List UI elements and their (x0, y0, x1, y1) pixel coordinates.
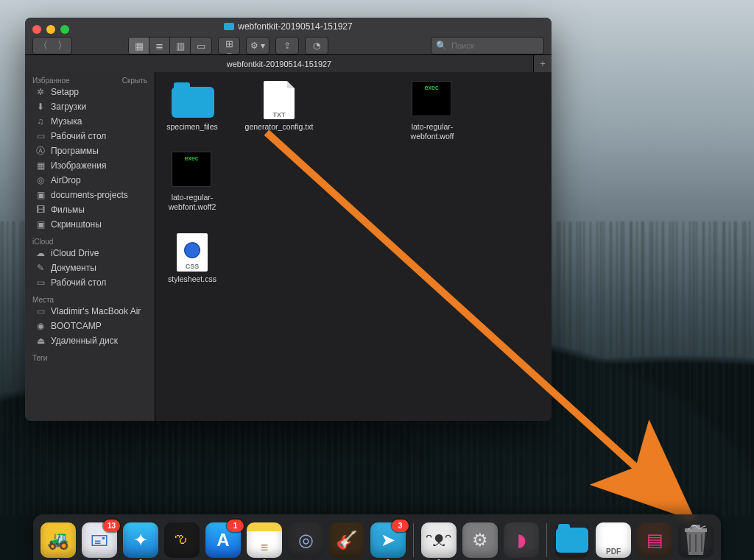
file-lato-regular-webfont-woff[interactable]: execlato-regular-webfont.woff (400, 81, 465, 141)
pdf-icon: PDF (606, 547, 621, 556)
finder-content[interactable]: specimen_filesTXTgenerator_config.txtexe… (155, 72, 552, 421)
finder-sidebar: ИзбранноеСкрыть✲Setapp⬇Загрузки♫Музыка▭Р… (25, 72, 155, 421)
desktop-icon: ▭ (35, 131, 46, 141)
sidebar-item-label: Загрузки (51, 102, 86, 112)
dock-bear[interactable]: ᵔᴥᵔ (421, 522, 457, 558)
file-generator-config-txt[interactable]: TXTgenerator_config.txt (247, 81, 311, 141)
new-tab-button[interactable]: ＋ (533, 55, 552, 72)
search-input[interactable] (450, 40, 539, 51)
sidebar-item-setapp[interactable]: ✲Setapp (25, 85, 155, 99)
notes-icon: ≡ (261, 540, 269, 556)
sidebar-item-label: documents-projects (51, 190, 128, 200)
badge: 3 (392, 520, 409, 532)
sidebar-item-label: Музыка (51, 116, 82, 127)
dock-folder[interactable] (554, 522, 590, 558)
arrange-segment: ⊞ ▾ (218, 37, 240, 54)
sidebar-item--t-[interactable]: ▣Скриншtоны (25, 217, 155, 232)
cloud-icon: ☁ (35, 248, 46, 258)
arrange-button[interactable]: ⊞ ▾ (219, 38, 239, 54)
exec-file-icon: exec (412, 81, 451, 116)
dock-mail[interactable]: 🖃13 (82, 522, 117, 558)
action-menu-button[interactable]: ⚙︎ ▾ (246, 37, 269, 54)
sidebar-item--[interactable]: ▭Рабочий стол (25, 275, 155, 290)
music-icon: ♫ (35, 116, 46, 127)
sidebar-item-label: Удаленный диск (51, 336, 118, 346)
grid-icon: ✲ (35, 87, 46, 97)
dock-trash[interactable] (678, 522, 714, 558)
appstore-icon: A (216, 530, 229, 550)
sidebar-section-title: Избранное (32, 77, 70, 85)
file-stylesheet-css[interactable]: CSSstylesheet.css (160, 233, 225, 284)
sidebar-item-label: Фильмы (51, 205, 85, 215)
badge: 1 (227, 520, 244, 532)
sidebar-item--[interactable]: ⬇Загрузки (25, 99, 155, 114)
sidebar-item-bootcamp[interactable]: ◉BOOTCAMP (25, 319, 155, 333)
sidebar-item--[interactable]: ⏏Удаленный диск (25, 333, 155, 348)
dock-butterfly[interactable]: ఌ (164, 522, 200, 558)
toolbar: 〈 〉 ▦ ≣ ▥ ▭ ⊞ ▾ ⚙︎ ▾ ⇪ ◔ 🔍 (25, 37, 552, 54)
gallery-view-button[interactable]: ▭ (191, 38, 211, 54)
sidebar-item-label: Рабочий стол (51, 277, 106, 288)
sidebar-item-airdrop[interactable]: ◎AirDrop (25, 173, 155, 188)
forward-button[interactable]: 〉 (52, 38, 71, 54)
apps-icon: Ⓐ (35, 146, 46, 156)
tags-button[interactable]: ◔ (305, 37, 328, 54)
column-view-button[interactable]: ▥ (170, 38, 191, 54)
sidebar-item--[interactable]: ▭Рабочий стол (25, 129, 155, 143)
sidebar-section-title: Места (32, 296, 54, 304)
list-view-button[interactable]: ≣ (149, 38, 170, 54)
dock-logic[interactable]: ◎ (288, 522, 323, 558)
back-button[interactable]: 〈 (33, 38, 52, 54)
file-lato-regular-webfont-woff2[interactable]: execlato-regular-webfont.woff2 (160, 152, 225, 212)
cleaner-icon: ◗ (517, 530, 526, 550)
mail-icon: 🖃 (91, 530, 108, 550)
dock-pdf[interactable]: PDF (596, 522, 631, 558)
dock-settings[interactable]: ⚙︎ (462, 522, 498, 558)
tab-bar: webfontkit-20190514-151927 ＋ (25, 55, 552, 73)
download-icon: ⬇ (35, 102, 46, 112)
sidebar-section-title: Теги (32, 354, 47, 362)
sidebar-item-icloud-drive[interactable]: ☁iCloud Drive (25, 246, 155, 260)
folder-icon (556, 528, 588, 553)
dock-telegram[interactable]: ➤3 (370, 522, 406, 558)
sidebar-item--[interactable]: ⒶПрограммы (25, 143, 155, 158)
file-label: generator_config.txt (245, 122, 314, 132)
finder-tab[interactable]: webfontkit-20190514-151927 (25, 55, 533, 72)
guitar-icon: 🎸 (336, 530, 358, 550)
sidebar-item-label: AirDrop (51, 175, 81, 185)
file-specimen-files[interactable]: specimen_files (160, 81, 225, 141)
sidebar-item--[interactable]: ✎Документы (25, 260, 155, 275)
sidebar-item-documents-projects[interactable]: ▣documents-projects (25, 188, 155, 202)
sidebar-item--[interactable]: ♫Музыка (25, 114, 155, 129)
trash-icon (680, 522, 712, 558)
file-label: stylesheet.css (168, 274, 216, 284)
dock-appstore[interactable]: A1 (205, 522, 241, 558)
dock-separator (546, 523, 547, 557)
dock-notes[interactable]: ≡ (247, 522, 282, 558)
icon-view-button[interactable]: ▦ (129, 38, 149, 54)
dock-stack[interactable]: ▤ (637, 522, 672, 558)
gear-icon: ⚙︎ (472, 530, 488, 550)
folder-icon: ▣ (35, 190, 46, 200)
nav-buttons: 〈 〉 (32, 37, 72, 54)
desktop-icon: ▭ (35, 277, 46, 288)
share-button[interactable]: ⇪ (275, 37, 299, 54)
folder-icon: ▣ (35, 219, 46, 230)
window-titlebar[interactable]: webfontkit-20190514-151927 〈 〉 ▦ ≣ ▥ ▭ ⊞… (25, 18, 552, 55)
dock-forklift[interactable]: 🚜 (40, 522, 76, 558)
disk-icon: ◉ (35, 321, 46, 331)
finder-window: webfontkit-20190514-151927 〈 〉 ▦ ≣ ▥ ▭ ⊞… (25, 18, 552, 421)
sidebar-item-vladimir-s-macbook-air[interactable]: ▭Vladimir's MacBook Air (25, 304, 155, 319)
bear-icon: ᵔᴥᵔ (426, 530, 452, 550)
images-icon: ▦ (35, 160, 46, 171)
dock-safari[interactable]: ✦ (123, 522, 158, 558)
window-title: webfontkit-20190514-151927 (25, 21, 552, 32)
css-file-icon: CSS (177, 233, 208, 272)
dock-garageband[interactable]: 🎸 (329, 522, 364, 558)
sidebar-hide-button[interactable]: Скрыть (122, 77, 147, 85)
docs-icon: ✎ (35, 263, 46, 273)
sidebar-item--[interactable]: 🎞Фильмы (25, 202, 155, 217)
sidebar-item--[interactable]: ▦Изображения (25, 158, 155, 173)
dock-clean[interactable]: ◗ (504, 522, 539, 558)
search-field[interactable]: 🔍 (431, 37, 544, 54)
